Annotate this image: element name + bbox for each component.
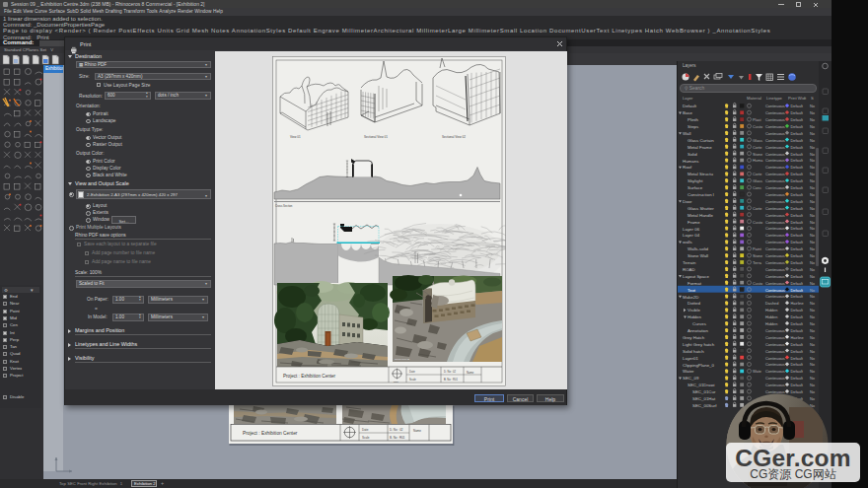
svg-text:Skylight: Skylight bbox=[687, 178, 703, 183]
svg-text:Light Grey hatch: Light Grey hatch bbox=[683, 342, 715, 347]
svg-text:Continuous: Continuous bbox=[765, 281, 785, 286]
svg-text:D. No : 02: D. No : 02 bbox=[390, 428, 403, 432]
svg-text:Metal Frame: Metal Frame bbox=[687, 145, 712, 150]
svg-text:No: No bbox=[810, 274, 815, 279]
svg-text:Default: Default bbox=[791, 124, 804, 129]
svg-text:Continuous: Continuous bbox=[765, 158, 785, 163]
svg-text:walls: walls bbox=[683, 240, 693, 244]
svg-text:Default: Default bbox=[791, 321, 804, 326]
svg-text:Continuous: Continuous bbox=[765, 124, 785, 129]
svg-text:Huma: Huma bbox=[753, 158, 763, 163]
svg-text:Continuous: Continuous bbox=[765, 145, 785, 150]
svg-text:QuickView 02: QuickView 02 bbox=[395, 358, 410, 361]
svg-text:Default: Default bbox=[791, 158, 804, 163]
svg-text:Default: Default bbox=[791, 294, 804, 299]
svg-text:Continuous: Continuous bbox=[765, 199, 785, 204]
svg-text:Continuous: Continuous bbox=[765, 362, 785, 367]
svg-text:Default: Default bbox=[791, 274, 804, 279]
svg-text:Continuous: Continuous bbox=[765, 233, 785, 238]
svg-text:Continuous: Continuous bbox=[765, 383, 785, 387]
svg-text:Default: Default bbox=[791, 172, 804, 176]
svg-text:Base: Base bbox=[683, 110, 693, 115]
svg-text:No: No bbox=[810, 226, 815, 231]
svg-text:No: No bbox=[810, 131, 815, 136]
svg-text:Solid: Solid bbox=[687, 152, 697, 157]
svg-text:Continuous: Continuous bbox=[765, 342, 785, 347]
svg-text:No: No bbox=[810, 124, 815, 129]
svg-text:Annotation: Annotation bbox=[687, 328, 709, 333]
svg-text:Default: Default bbox=[791, 376, 804, 381]
svg-text:Default: Default bbox=[791, 349, 804, 354]
svg-text:No: No bbox=[810, 138, 815, 143]
svg-text:Metal Structu: Metal Structu bbox=[687, 172, 713, 176]
svg-text:Default: Default bbox=[791, 253, 804, 258]
svg-text:Continuous: Continuous bbox=[765, 192, 785, 197]
svg-text:No: No bbox=[810, 328, 815, 333]
svg-text:Default: Default bbox=[791, 281, 804, 286]
svg-text:Continuous: Continuous bbox=[765, 220, 785, 225]
svg-text:No: No bbox=[810, 104, 815, 108]
svg-text:Glass: Glass bbox=[753, 178, 762, 183]
svg-text:No: No bbox=[810, 220, 815, 225]
svg-text:Hidden: Hidden bbox=[687, 314, 701, 319]
svg-text:Continuous: Continuous bbox=[765, 240, 785, 244]
svg-text:No: No bbox=[810, 199, 815, 204]
svg-text:Solid hatch: Solid hatch bbox=[683, 349, 704, 354]
svg-text:Default: Default bbox=[791, 117, 804, 122]
svg-text:Humans: Humans bbox=[683, 159, 699, 164]
svg-text:Default: Default bbox=[791, 356, 804, 361]
svg-text:Glass: Glass bbox=[753, 138, 762, 143]
svg-text:Default: Default bbox=[791, 342, 804, 347]
svg-text:Grey Hatch: Grey Hatch bbox=[683, 335, 705, 340]
svg-text:Continuous: Continuous bbox=[765, 274, 785, 279]
svg-text:Continuous: Continuous bbox=[765, 260, 785, 265]
svg-text:Frame: Frame bbox=[687, 220, 700, 225]
svg-text:Default: Default bbox=[791, 138, 804, 143]
svg-text:Corte: Corte bbox=[753, 206, 762, 211]
svg-text:SEC_09: SEC_09 bbox=[683, 376, 699, 381]
svg-text:Default: Default bbox=[791, 226, 804, 231]
svg-text:Continuous: Continuous bbox=[765, 165, 785, 170]
svg-text:Continuous: Continuous bbox=[765, 246, 785, 251]
svg-text:Wall: Wall bbox=[683, 131, 690, 136]
svg-text:Default: Default bbox=[791, 213, 804, 218]
svg-text:Continuous: Continuous bbox=[765, 206, 785, 211]
svg-text:Continuous: Continuous bbox=[765, 288, 785, 293]
svg-text:No: No bbox=[810, 117, 815, 122]
svg-text:Continuous: Continuous bbox=[765, 178, 785, 183]
svg-text:Default: Default bbox=[791, 240, 804, 244]
svg-text:Continuous: Continuous bbox=[765, 294, 785, 299]
svg-text:Scale: Scale bbox=[409, 378, 416, 382]
svg-text:No: No bbox=[810, 349, 815, 354]
svg-text:Continuous: Continuous bbox=[765, 253, 785, 258]
svg-text:Continuous: Continuous bbox=[765, 328, 785, 333]
svg-text:No: No bbox=[810, 376, 815, 381]
svg-text:Default: Default bbox=[791, 220, 804, 225]
svg-text:No: No bbox=[810, 206, 815, 211]
svg-text:Walls-solid: Walls-solid bbox=[687, 246, 709, 251]
svg-text:ROAD: ROAD bbox=[683, 267, 695, 272]
svg-text:Terra: Terra bbox=[753, 260, 762, 265]
svg-text:No: No bbox=[810, 335, 815, 340]
svg-text:Surface: Surface bbox=[687, 185, 703, 190]
svg-text:No: No bbox=[810, 267, 815, 272]
svg-text:Continuous: Continuous bbox=[765, 104, 785, 108]
svg-text:No: No bbox=[810, 240, 815, 244]
svg-text:No: No bbox=[810, 158, 815, 163]
svg-text:Default: Default bbox=[791, 110, 804, 115]
svg-text:Hidden: Hidden bbox=[765, 308, 777, 313]
svg-text:Curves: Curves bbox=[692, 321, 707, 326]
svg-text:No: No bbox=[810, 246, 815, 251]
svg-text:Default: Default bbox=[791, 288, 804, 293]
svg-text:Name: Name bbox=[467, 371, 474, 375]
svg-text:Plast: Plast bbox=[753, 117, 762, 122]
svg-text:B. No : R01: B. No : R01 bbox=[390, 436, 405, 440]
svg-text:No: No bbox=[810, 281, 815, 286]
svg-text:Continuous: Continuous bbox=[765, 213, 785, 218]
svg-text:Continuous: Continuous bbox=[765, 117, 785, 122]
svg-text:Continuous: Continuous bbox=[765, 226, 785, 231]
svg-text:No: No bbox=[810, 185, 815, 190]
svg-text:Conc: Conc bbox=[753, 185, 761, 190]
svg-text:Default: Default bbox=[791, 192, 804, 197]
svg-text:Continuous: Continuous bbox=[765, 267, 785, 272]
